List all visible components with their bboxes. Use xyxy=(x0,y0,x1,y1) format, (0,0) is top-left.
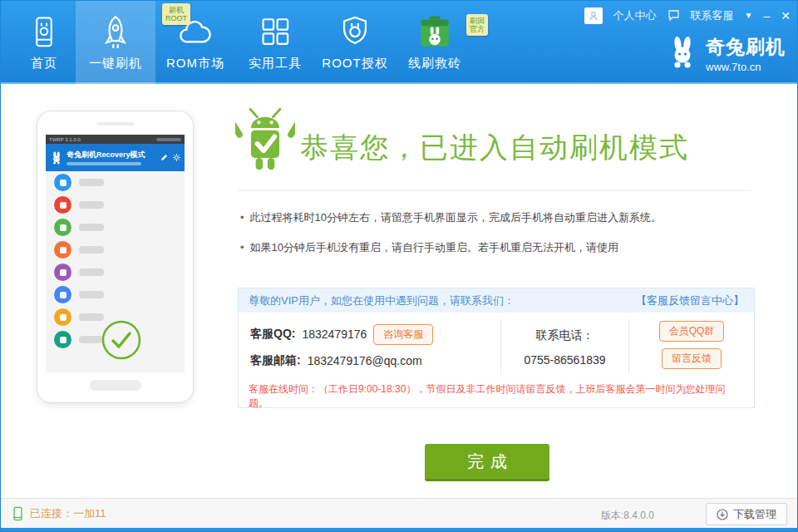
service-hours-notice: 客服在线时间：（工作日9:00-18:30），节假日及非工作时间请留言反馈，上班… xyxy=(239,381,754,412)
rabbit-logo-icon xyxy=(50,150,63,165)
phone-value: 0755-86561839 xyxy=(501,347,628,372)
phone-list-item-label-blur xyxy=(79,201,104,209)
phone-status-text: TWRP 3.1.0-0 xyxy=(49,137,81,142)
status-bar: 已连接：一加11 版本:8.4.0.0 下载管理 xyxy=(1,498,797,531)
phone-list-item xyxy=(46,216,185,239)
phone-list-item-icon xyxy=(54,241,71,259)
nav-label: ROM市场 xyxy=(166,56,224,71)
nav-items: 首页 一键刷机 R xyxy=(12,1,475,84)
phone-list-item-icon xyxy=(54,174,71,191)
nav-label: 实用工具 xyxy=(249,56,302,71)
app-logo: 奇兔刷机 www.7to.cn xyxy=(666,34,786,73)
nav-item-rescue[interactable]: 线刷救砖 xyxy=(395,1,475,84)
qq-value: 1832479176 xyxy=(302,328,367,341)
phone-screen: TWRP 3.1.0-0 奇兔刷机Recovery模式 xyxy=(46,135,185,372)
phone-status-bar: TWRP 3.1.0-0 xyxy=(46,135,185,144)
minimize-button[interactable]: – xyxy=(763,10,770,22)
download-icon xyxy=(717,509,728,520)
user-avatar[interactable] xyxy=(584,7,603,24)
phone-list-item xyxy=(46,171,185,194)
vip-buttons-column: 会员QQ群 留言反馈 xyxy=(629,313,754,381)
nav-item-root[interactable]: ROOT授权 xyxy=(315,1,395,84)
phone-list-item-icon xyxy=(54,264,71,281)
app-window: 首页 一键刷机 R xyxy=(0,0,798,532)
phone-list-item-icon xyxy=(54,308,71,326)
feedback-button[interactable]: 留言反馈 xyxy=(662,348,722,369)
page-title: 恭喜您，已进入自动刷机模式 xyxy=(300,129,689,167)
dropdown-arrow-button[interactable]: ▼ xyxy=(745,12,753,20)
email-label: 客服邮箱: xyxy=(250,353,301,368)
version-text: 版本:8.4.0.0 xyxy=(601,509,654,523)
divider xyxy=(238,190,751,191)
instruction-list: 此过程将耗时10分钟左右，请留意手机界面显示，完成后手机将自动重启进入新系统。 … xyxy=(240,210,756,270)
phone-list-item-label-blur xyxy=(79,246,104,254)
qq-label: 客服QQ: xyxy=(250,327,295,342)
recovery-subtitle-blur xyxy=(66,162,141,165)
email-value: 1832479176@qq.com xyxy=(308,354,422,367)
connection-text: 已连接：一加11 xyxy=(30,506,106,521)
window-controls: 个人中心 联系客服 ▼ – ✕ xyxy=(584,7,791,24)
user-center-link[interactable]: 个人中心 xyxy=(613,8,657,23)
logo-url: www.7to.cn xyxy=(706,61,786,73)
instruction-item: 此过程将耗时10分钟左右，请留意手机界面显示，完成后手机将自动重启进入新系统。 xyxy=(240,210,756,224)
phone-list-item-icon xyxy=(54,331,71,348)
consult-service-button[interactable]: 咨询客服 xyxy=(373,324,433,345)
phone-list-item-label-blur xyxy=(79,291,104,298)
vip-contact-panel: 尊敬的VIP用户，如您在使用中遇到问题，请联系我们： 【客服反馈留言中心】 客服… xyxy=(238,288,755,408)
phone-list-item xyxy=(46,261,185,283)
nav-item-home[interactable]: 首页 xyxy=(12,1,76,84)
vip-panel-header: 尊敬的VIP用户，如您在使用中遇到问题，请联系我们： 【客服反馈留言中心】 xyxy=(239,288,754,313)
phone-list-item xyxy=(46,283,185,306)
qq-group-button[interactable]: 会员QQ群 xyxy=(659,321,725,342)
connected-phone-icon xyxy=(12,506,23,521)
badge-rom-market: 新机ROOT xyxy=(162,3,190,25)
nav-label: 一键刷机 xyxy=(89,56,142,71)
gear-icon xyxy=(173,154,180,161)
vip-header-text: 尊敬的VIP用户，如您在使用中遇到问题，请联系我们： xyxy=(249,293,515,308)
connection-status: 已连接：一加11 xyxy=(12,506,106,521)
recovery-header-icons xyxy=(160,154,180,161)
phone-list-item xyxy=(46,194,185,216)
rabbit-logo-icon xyxy=(666,35,699,73)
nav-label: ROOT授权 xyxy=(322,56,387,71)
instruction-item: 如果10分钟后手机没有重启，请自行手动重启。若手机重启无法开机，请使用 xyxy=(240,240,756,254)
window-bottom-edge xyxy=(1,528,797,531)
contact-service-link[interactable]: 联系客服 xyxy=(691,8,734,23)
nav-item-tools[interactable]: 实用工具 xyxy=(235,1,315,84)
phone-list-item xyxy=(46,239,185,261)
phone-list-item-label-blur xyxy=(79,179,104,186)
phone-mockup: TWRP 3.1.0-0 奇兔刷机Recovery模式 xyxy=(37,111,194,403)
recovery-title: 奇兔刷机Recovery模式 xyxy=(66,150,157,160)
badge-rescue-official: 刷回官方 xyxy=(466,14,488,36)
success-check-icon xyxy=(101,319,142,364)
phone-home-button xyxy=(90,380,141,391)
vip-panel-body: 客服QQ: 1832479176 咨询客服 客服邮箱: 1832479176@q… xyxy=(239,313,754,381)
android-robot-icon xyxy=(235,106,295,182)
rocket-icon xyxy=(97,12,134,52)
download-manager-button[interactable]: 下载管理 xyxy=(706,503,787,525)
close-button[interactable]: ✕ xyxy=(781,10,791,22)
shield-rabbit-icon xyxy=(337,12,372,52)
nav-label: 首页 xyxy=(31,56,57,71)
finish-button[interactable]: 完成 xyxy=(425,444,549,481)
phone-speaker xyxy=(96,122,135,126)
vip-qq-column: 客服QQ: 1832479176 咨询客服 客服邮箱: 1832479176@q… xyxy=(239,313,500,381)
nav-label: 线刷救砖 xyxy=(408,56,461,71)
phone-list-item-label-blur xyxy=(79,268,104,276)
phone-list-item-icon xyxy=(54,196,71,214)
main-content: TWRP 3.1.0-0 奇兔刷机Recovery模式 xyxy=(1,86,797,498)
brush-icon xyxy=(160,154,168,161)
phone-label: 联系电话： xyxy=(501,323,628,347)
chat-bubble-icon xyxy=(667,9,680,23)
home-phone-icon xyxy=(27,12,61,52)
nav-item-one-key-flash[interactable]: 一键刷机 xyxy=(76,1,155,84)
phone-recovery-header: 奇兔刷机Recovery模式 xyxy=(46,144,185,171)
tools-grid-icon xyxy=(258,12,293,52)
top-navigation-bar: 首页 一键刷机 R xyxy=(1,1,798,84)
feedback-center-link[interactable]: 【客服反馈留言中心】 xyxy=(636,293,744,308)
phone-list-item-label-blur xyxy=(79,224,104,231)
vip-phone-column: 联系电话： 0755-86561839 xyxy=(501,313,628,381)
phone-status-indicators xyxy=(156,138,181,141)
rescue-box-rabbit-icon xyxy=(416,12,453,52)
phone-list-item-icon xyxy=(54,219,71,236)
